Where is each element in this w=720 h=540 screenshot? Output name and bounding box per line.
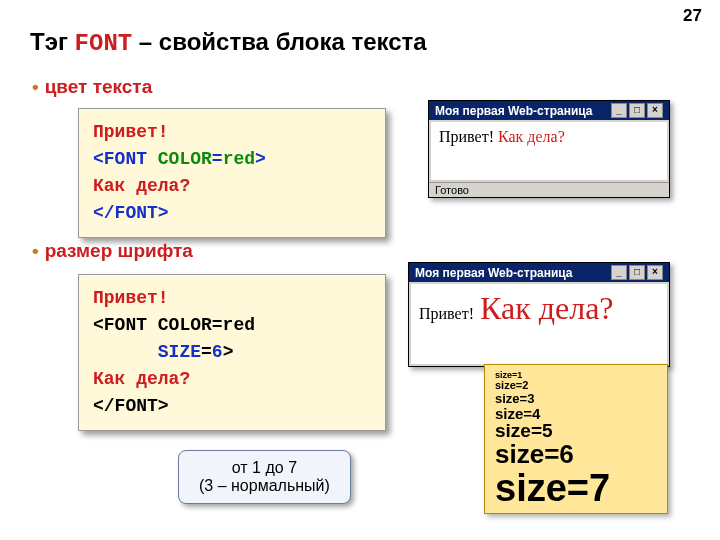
window2-titlebar: Моя первая Web-страница _ □ × [409, 263, 669, 282]
size-7: size=7 [495, 469, 657, 509]
maximize-icon: □ [629, 103, 645, 118]
code1-l2e: > [255, 149, 266, 169]
window1-status: Готово [429, 182, 669, 197]
code-example-2: Привет! <FONT COLOR=red SIZE=6> Как дела… [78, 274, 386, 431]
window2-body: Привет! Как дела? [411, 284, 667, 364]
code1-l2b: COLOR [158, 149, 212, 169]
window2-text-b: Как дела? [480, 290, 614, 327]
window1-buttons: _ □ × [611, 103, 663, 118]
bullet-size-label: размер шрифта [45, 240, 193, 261]
window1-body: Привет! Как дела? [431, 122, 667, 180]
heading-keyword: FONT [75, 30, 133, 57]
callout-note: от 1 до 7 (3 – нормальный) [178, 450, 351, 504]
code1-l1: Привет! [93, 122, 169, 142]
heading-suffix: – свойства блока текста [132, 28, 427, 55]
code2-l1: Привет! [93, 288, 169, 308]
code2-l3d: 6 [212, 342, 223, 362]
close-icon: × [647, 103, 663, 118]
size-4: size=4 [495, 406, 657, 422]
window1-title: Моя первая Web-страница [435, 104, 592, 118]
code2-l2: <FONT COLOR=red [93, 315, 255, 335]
close-icon: × [647, 265, 663, 280]
code1-l2d: red [223, 149, 255, 169]
window2-title: Моя первая Web-страница [415, 266, 572, 280]
code2-l3c: = [201, 342, 212, 362]
page-number: 27 [683, 6, 702, 26]
callout-line2: (3 – нормальный) [199, 477, 330, 495]
maximize-icon: □ [629, 265, 645, 280]
bullet-dot-icon: • [32, 76, 39, 97]
bullet-dot-icon: • [32, 240, 39, 261]
code2-l3e: > [223, 342, 234, 362]
code-example-1: Привет! <FONT COLOR=red> Как дела? </FON… [78, 108, 386, 238]
size-6: size=6 [495, 441, 657, 468]
window1-text-a: Привет! [439, 128, 498, 145]
minimize-icon: _ [611, 265, 627, 280]
code1-l2c: = [212, 149, 223, 169]
code2-l5: </FONT> [93, 396, 169, 416]
size-5: size=5 [495, 421, 657, 441]
window1-text-b: Как дела? [498, 128, 565, 145]
code2-l4: Как дела? [93, 369, 190, 389]
window2-buttons: _ □ × [611, 265, 663, 280]
browser-window-2: Моя первая Web-страница _ □ × Привет! Ка… [408, 262, 670, 367]
bullet-size: •размер шрифта [32, 240, 193, 262]
bullet-color: •цвет текста [32, 76, 152, 98]
bullet-color-label: цвет текста [45, 76, 153, 97]
callout-line1: от 1 до 7 [199, 459, 330, 477]
code1-l4: </FONT> [93, 203, 169, 223]
slide-title: Тэг FONT – свойства блока текста [30, 28, 427, 57]
browser-window-1: Моя первая Web-страница _ □ × Привет! Ка… [428, 100, 670, 198]
window1-titlebar: Моя первая Web-страница _ □ × [429, 101, 669, 120]
code2-l3a [93, 342, 158, 362]
minimize-icon: _ [611, 103, 627, 118]
code1-l2a: <FONT [93, 149, 158, 169]
heading-prefix: Тэг [30, 28, 75, 55]
window2-text-a: Привет! [419, 305, 474, 323]
code2-l3b: SIZE [158, 342, 201, 362]
size-sample-box: size=1 size=2 size=3 size=4 size=5 size=… [484, 364, 668, 514]
size-3: size=3 [495, 392, 657, 406]
code1-l3: Как дела? [93, 176, 190, 196]
